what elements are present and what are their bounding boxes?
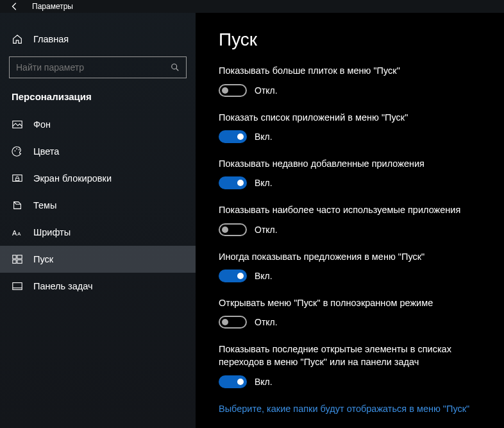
taskbar-icon	[12, 280, 23, 292]
search-input[interactable]	[16, 62, 171, 73]
setting-more-tiles: Показывать больше плиток в меню "Пуск" О…	[219, 64, 486, 96]
svg-rect-7	[15, 178, 19, 181]
setting-label: Показывать наиболее часто используемые п…	[219, 203, 486, 216]
toggle-suggestions[interactable]	[219, 270, 247, 282]
sidebar-item-label: Шрифты	[33, 227, 71, 237]
svg-rect-12	[13, 260, 16, 263]
svg-rect-14	[13, 283, 22, 290]
toggle-state-label: Вкл.	[255, 377, 273, 387]
sidebar-item-label: Экран блокировки	[33, 173, 112, 184]
svg-line-1	[176, 69, 179, 71]
search-input-wrap[interactable]	[9, 56, 187, 78]
svg-point-0	[172, 64, 177, 69]
toggle-recently-added[interactable]	[219, 176, 247, 189]
search-icon	[171, 63, 180, 72]
toggle-state-label: Откл.	[255, 225, 278, 235]
toggle-state-label: Вкл.	[255, 132, 273, 142]
sidebar-item-start[interactable]: Пуск	[0, 246, 196, 273]
toggle-state-label: Откл.	[255, 85, 278, 96]
svg-text:A: A	[12, 229, 17, 237]
folders-link[interactable]: Выберите, какие папки будут отображаться…	[219, 402, 486, 415]
setting-label: Открывать меню "Пуск" в полноэкранном ре…	[219, 296, 486, 309]
themes-icon	[12, 200, 23, 211]
start-icon	[12, 253, 23, 265]
svg-rect-11	[17, 255, 22, 259]
svg-rect-6	[13, 175, 22, 182]
toggle-state-label: Откл.	[255, 317, 278, 327]
setting-label: Показывать больше плиток в меню "Пуск"	[219, 64, 486, 77]
sidebar-home[interactable]: Главная	[0, 28, 196, 56]
setting-label: Показывать последние открытые элементы в…	[219, 343, 486, 369]
lockscreen-icon	[12, 173, 23, 184]
sidebar-item-fonts[interactable]: AA Шрифты	[0, 219, 196, 246]
svg-rect-13	[17, 260, 22, 263]
sidebar-section-title: Персонализация	[0, 91, 196, 111]
svg-rect-10	[13, 255, 16, 259]
svg-point-5	[19, 150, 20, 151]
toggle-jumplist[interactable]	[219, 375, 247, 388]
svg-point-4	[16, 148, 17, 150]
setting-label: Иногда показывать предложения в меню "Пу…	[219, 250, 486, 263]
toggle-app-list[interactable]	[219, 130, 247, 143]
sidebar-item-label: Панель задач	[33, 281, 93, 291]
svg-text:A: A	[17, 231, 21, 237]
setting-label: Показать список приложений в меню "Пуск"	[219, 111, 486, 124]
toggle-state-label: Вкл.	[255, 271, 273, 281]
palette-icon	[12, 146, 23, 157]
setting-label: Показывать недавно добавленные приложени…	[219, 157, 486, 170]
back-icon[interactable]	[10, 2, 19, 11]
toggle-most-used[interactable]	[219, 223, 247, 236]
home-icon	[12, 33, 23, 45]
svg-point-3	[15, 151, 16, 152]
toggle-fullscreen[interactable]	[219, 316, 247, 329]
setting-app-list: Показать список приложений в меню "Пуск"…	[219, 111, 486, 143]
sidebar-item-label: Темы	[33, 200, 57, 210]
setting-most-used: Показывать наиболее часто используемые п…	[219, 203, 486, 235]
sidebar-item-taskbar[interactable]: Панель задач	[0, 273, 196, 300]
picture-icon	[12, 119, 23, 130]
toggle-more-tiles[interactable]	[219, 84, 247, 97]
sidebar-item-themes[interactable]: Темы	[0, 192, 196, 219]
main-panel: Пуск Показывать больше плиток в меню "Пу…	[196, 13, 504, 428]
sidebar-item-background[interactable]: Фон	[0, 111, 196, 138]
page-title: Пуск	[219, 30, 486, 50]
sidebar-item-colors[interactable]: Цвета	[0, 138, 196, 165]
window-title: Параметры	[32, 2, 73, 11]
setting-suggestions: Иногда показывать предложения в меню "Пу…	[219, 250, 486, 282]
sidebar-item-label: Фон	[33, 119, 51, 130]
sidebar-item-label: Пуск	[33, 254, 53, 264]
sidebar: Главная Персонализация Фон Цвета Экран	[0, 13, 196, 428]
fonts-icon: AA	[12, 227, 23, 238]
sidebar-home-label: Главная	[33, 34, 69, 44]
titlebar: Параметры	[0, 0, 504, 13]
setting-recently-added: Показывать недавно добавленные приложени…	[219, 157, 486, 189]
toggle-state-label: Вкл.	[255, 178, 273, 188]
setting-jumplist: Показывать последние открытые элементы в…	[219, 343, 486, 388]
sidebar-item-label: Цвета	[33, 146, 59, 157]
setting-fullscreen: Открывать меню "Пуск" в полноэкранном ре…	[219, 296, 486, 329]
sidebar-item-lockscreen[interactable]: Экран блокировки	[0, 165, 196, 192]
